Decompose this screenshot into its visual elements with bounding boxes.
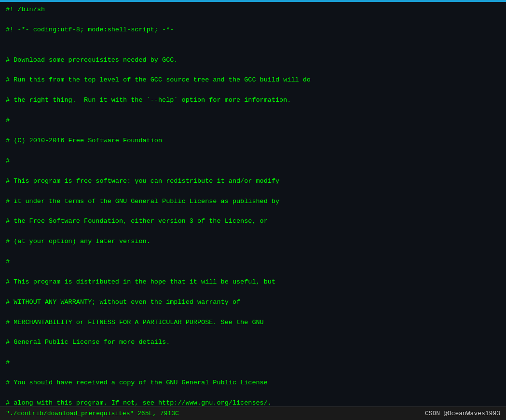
line-11: # it under the terms of the GNU General … bbox=[6, 197, 500, 207]
line-9: # bbox=[6, 156, 500, 166]
line-16: # WITHOUT ANY WARRANTY; without even the… bbox=[6, 298, 500, 308]
status-file-info: "./contrib/download_prerequisites" 265L,… bbox=[6, 410, 179, 417]
line-2: #! -*- coding:utf-8; mode:shell-script; … bbox=[6, 25, 500, 35]
code-content: #! /bin/sh #! -*- coding:utf-8; mode:she… bbox=[6, 5, 500, 406]
line-21: # along with this program. If not, see h… bbox=[6, 398, 500, 406]
line-13: # (at your option) any later version. bbox=[6, 237, 500, 247]
line-6: # the right thing. Run it with the `--he… bbox=[6, 95, 500, 106]
line-12: # the Free Software Foundation, either v… bbox=[6, 217, 500, 227]
code-area[interactable]: #! /bin/sh #! -*- coding:utf-8; mode:she… bbox=[0, 2, 506, 406]
line-8: # (C) 2010-2016 Free Software Foundation bbox=[6, 136, 500, 146]
line-18: # General Public License for more detail… bbox=[6, 338, 500, 348]
line-20: # You should have received a copy of the… bbox=[6, 378, 500, 388]
line-4: # Download some prerequisites needed by … bbox=[6, 55, 500, 66]
line-10: # This program is free software: you can… bbox=[6, 176, 500, 187]
status-bar: "./contrib/download_prerequisites" 265L,… bbox=[0, 406, 506, 420]
status-author: CSDN @OceanWaves1993 bbox=[425, 410, 500, 417]
line-5: # Run this from the top level of the GCC… bbox=[6, 75, 500, 85]
editor-container: #! /bin/sh #! -*- coding:utf-8; mode:she… bbox=[0, 0, 506, 420]
line-15: # This program is distributed in the hop… bbox=[6, 277, 500, 287]
line-1: #! /bin/sh bbox=[6, 5, 500, 15]
line-17: # MERCHANTABILITY or FITNESS FOR A PARTI… bbox=[6, 318, 500, 328]
line-14: # bbox=[6, 257, 500, 267]
line-7: # bbox=[6, 116, 500, 126]
line-19: # bbox=[6, 358, 500, 368]
